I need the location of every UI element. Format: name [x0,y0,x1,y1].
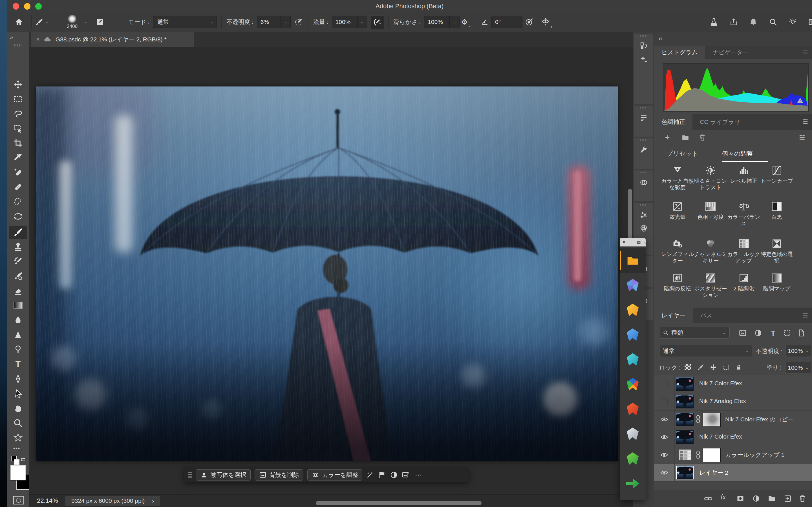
link-layers-icon[interactable] [704,495,712,503]
smoothing-input[interactable]: 100%⌄ [424,16,460,28]
layer-opacity-input[interactable]: 100%⌄ [785,345,811,357]
horizontal-scrollbar[interactable] [316,501,481,505]
layer-thumbnail[interactable] [676,413,694,426]
trash-icon[interactable] [699,134,707,142]
layer-row[interactable]: Nik 7 Color Efex のコピー [654,411,812,429]
nik-plugin-icon[interactable] [620,323,646,347]
notifications-bell-icon[interactable] [749,18,758,26]
adjustment-half-circle-icon[interactable] [390,471,398,479]
adjustment-exposure[interactable]: 露光量 [661,201,694,238]
search-icon[interactable] [769,18,777,26]
tab-navigator[interactable]: ナビゲーター [705,46,756,59]
nik-hdr-efex-icon[interactable] [620,397,646,421]
layer-row[interactable]: Nik 7 Color Efex [654,375,812,393]
tab-cc-libraries[interactable]: CC ライブラリ [693,114,748,130]
magic-wand-icon[interactable] [366,471,374,479]
fill-input[interactable]: 100%⌄ [785,362,811,374]
swap-colors-icon[interactable]: ⇄ [20,456,26,462]
adjustment-color-lookup[interactable]: カラールックアップ [727,238,760,272]
blend-mode-select[interactable]: 通常⌄ [153,16,217,28]
layer-name[interactable]: カラールックアップ 1 [725,451,784,459]
panel-menu-icon[interactable]: ☰ [802,49,808,56]
layer-name[interactable]: Nik 7 Color Efex [699,433,742,440]
lut-adjustment-icon[interactable] [679,450,691,460]
sync-icon[interactable]: ◌ [644,240,647,245]
flow-input[interactable]: 100%⌄ [332,16,367,28]
object-selection-tool[interactable] [13,124,23,133]
adjustment-threshold[interactable]: 2 階調化 [727,272,760,306]
nik-output-sharpener-icon[interactable] [620,471,646,496]
close-icon[interactable]: ✕ [622,240,626,245]
brush-tool-preset[interactable]: ⌄ [35,16,49,27]
adjustment-posterize[interactable]: ポスタリゼーション [694,272,727,306]
layer-mask-thumbnail[interactable] [703,413,721,427]
visibility-toggle[interactable] [654,446,675,464]
adjustment-color-vibrance[interactable]: カラーと自然な彩度 [661,165,694,201]
clone-source-icon[interactable] [640,178,648,187]
collapse-panels-icon[interactable]: « [659,35,662,43]
visibility-toggle[interactable] [654,411,675,428]
filter-adjustment-layers-icon[interactable] [754,329,762,337]
panel-menu-icon[interactable]: ☰ [802,312,808,319]
visibility-toggle[interactable] [654,393,675,410]
new-adjustment-layer-icon[interactable] [752,495,760,503]
histogram-warning-icon[interactable] [797,97,804,104]
channels-venn-icon[interactable] [640,224,648,233]
workspace-panel-icon[interactable] [808,18,812,26]
layer-filter-select[interactable]: 種類 ⌄ [659,327,730,339]
lock-artboard-icon[interactable] [723,364,729,371]
marquee-tool[interactable] [13,94,23,104]
crop-tool[interactable] [13,138,23,148]
adjustment-color-balance[interactable]: カラーバランス [727,201,760,238]
layer-thumbnail[interactable] [676,431,694,444]
discover-lightbulb-icon[interactable] [789,18,797,26]
layer-name[interactable]: レイヤー 2 [699,469,728,476]
properties-icon[interactable] [640,114,648,122]
blur-tool[interactable] [13,315,23,325]
smoothing-options-gear-icon[interactable]: ⚙▾ [458,15,471,29]
nik-launcher-item[interactable] [620,248,646,273]
adjustment-brightness-contrast[interactable]: 明るさ・コントラスト [694,165,727,201]
filter-type-layers-icon[interactable]: T [769,329,777,337]
nik-plugin-icon[interactable] [620,347,646,372]
path-selection-tool[interactable] [13,389,23,399]
adjustments-sliders-icon[interactable] [640,211,648,219]
eraser-tool[interactable] [13,286,23,295]
canvas-area[interactable] [29,47,633,494]
layer-name[interactable]: Nik 7 Analog Efex [699,398,746,404]
mask-link-icon[interactable] [696,450,700,459]
brush-angle-input[interactable]: 0° [492,16,522,28]
dodge-tool[interactable] [13,344,23,354]
lock-all-icon[interactable] [735,364,742,371]
opacity-input[interactable]: 6%⌄ [257,16,291,28]
edit-toolbar-icon[interactable]: ••• [13,445,20,452]
beta-flask-icon[interactable] [710,18,718,26]
mask-link-icon[interactable] [696,414,700,424]
new-group-folder-icon[interactable] [768,495,776,503]
adjustment-invert[interactable]: 階調の反転 [661,272,694,306]
tab-histogram[interactable]: ヒストグラム [654,46,705,59]
content-aware-move-tool[interactable] [13,212,23,221]
adjustment-hue-saturation[interactable]: 色相・彩度 [694,201,727,238]
clone-stamp-tool[interactable] [13,242,23,251]
spot-healing-tool[interactable] [13,168,23,177]
document-image[interactable] [36,87,618,461]
grid-icon[interactable]: ▤ [637,240,641,245]
filter-shape-layers-icon[interactable] [783,329,791,337]
zoom-tool[interactable] [13,418,23,428]
type-tool[interactable]: T [13,359,23,369]
document-tab[interactable]: × G88.psdc @ 22.1% (レイヤー 2, RGB/8) * [31,32,194,47]
delete-layer-trash-icon[interactable] [799,495,806,503]
tab-paths[interactable]: パス [693,307,719,323]
tab-layers[interactable]: レイヤー [654,307,693,323]
flag-icon[interactable] [378,471,386,479]
layer-row[interactable]: Nik 7 Analog Efex [654,393,812,411]
adjust-colors-button[interactable]: カラーを調整 [307,469,362,481]
nik-plugin-icon[interactable] [620,298,646,323]
new-layer-icon[interactable] [784,495,792,503]
chevron-down-icon[interactable]: ⌄ [84,19,87,24]
layer-name[interactable]: Nik 7 Color Efex のコピー [725,415,794,424]
layer-mask-thumbnail[interactable] [703,448,721,462]
pen-tool[interactable] [13,374,23,384]
add-adjustment-icon[interactable]: + [665,134,673,142]
